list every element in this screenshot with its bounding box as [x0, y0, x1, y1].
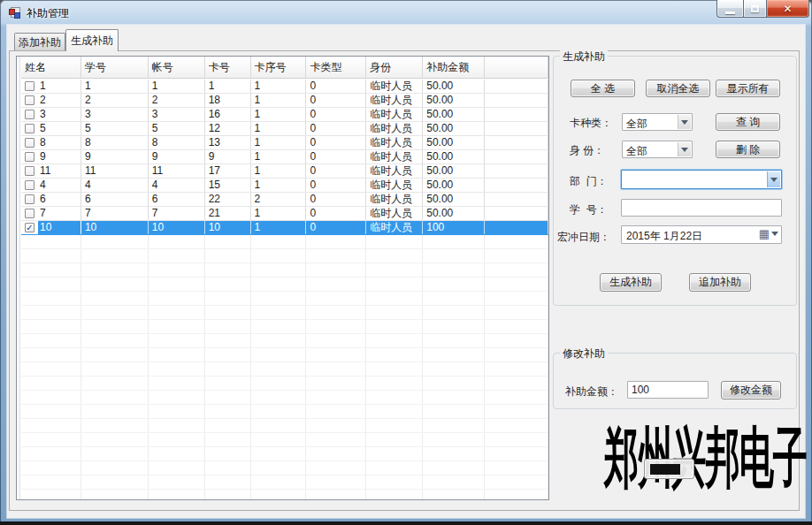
- minimize-button[interactable]: [716, 0, 743, 18]
- query-button[interactable]: 查 询: [716, 113, 780, 131]
- client-area: 添加补助 生成补助 姓名学号帐号卡号卡序号卡类型身份补助金额 111110临时人…: [7, 25, 805, 518]
- table-cell: [149, 320, 205, 333]
- table-cell: [366, 334, 423, 347]
- checkbox-cell: [21, 122, 38, 135]
- recharge-date-picker[interactable]: 2015年 1月22日 ▦: [621, 225, 782, 244]
- chevron-down-icon: [678, 115, 691, 129]
- table-cell: [21, 490, 81, 500]
- table-row-7[interactable]: 4441510临时人员50.00: [21, 179, 548, 193]
- row-checkbox[interactable]: [25, 95, 34, 105]
- table-cell: [366, 377, 423, 390]
- row-checkbox[interactable]: [25, 152, 34, 162]
- row-checkbox[interactable]: [25, 209, 34, 218]
- table-cell: [485, 179, 548, 192]
- table-cell: 10: [81, 221, 149, 234]
- table-cell: [366, 447, 423, 460]
- card-type-label: 卡种类：: [570, 116, 612, 131]
- tab-add-subsidy[interactable]: 添加补助: [14, 33, 65, 50]
- department-select[interactable]: [621, 170, 782, 189]
- table-cell: 50.00: [423, 122, 485, 135]
- deselect-all-button[interactable]: 取消全选: [646, 80, 710, 97]
- table-cell: 6: [21, 193, 81, 206]
- row-checkbox[interactable]: [25, 124, 34, 133]
- modify-amount-button[interactable]: 修改金额: [721, 381, 781, 399]
- column-header-0[interactable]: 姓名: [21, 57, 81, 79]
- column-header-2[interactable]: 帐号: [149, 57, 205, 79]
- table-cell: [423, 278, 485, 291]
- table-cell: [306, 447, 366, 460]
- show-all-button[interactable]: 显示所有: [716, 80, 780, 97]
- close-button[interactable]: ✕: [767, 0, 809, 18]
- row-checkbox[interactable]: ✓: [25, 223, 34, 232]
- row-checkbox[interactable]: [25, 138, 34, 148]
- table-cell: [423, 249, 485, 262]
- row-checkbox[interactable]: [25, 110, 34, 119]
- select-all-button[interactable]: 全 选: [571, 80, 635, 97]
- table-cell: [366, 461, 423, 475]
- table-cell: 7: [81, 207, 149, 220]
- column-header-5[interactable]: 卡类型: [306, 57, 366, 79]
- table-cell: [423, 391, 485, 404]
- table-row-8[interactable]: 6662220临时人员50.00: [21, 193, 548, 207]
- table-cell: [423, 292, 485, 305]
- table-cell: [485, 320, 548, 333]
- table-cell: [21, 461, 81, 475]
- column-header-1[interactable]: 学号: [81, 57, 149, 79]
- table-row-10[interactable]: ✓1010101010临时人员100: [21, 221, 548, 235]
- table-cell: 21: [205, 207, 251, 220]
- table-cell: [149, 292, 205, 305]
- name-cell-text: 6: [38, 193, 80, 206]
- table-row-1[interactable]: 2221810临时人员50.00: [21, 94, 548, 108]
- column-header-7[interactable]: 补助金额: [423, 57, 485, 79]
- delete-button[interactable]: 删 除: [716, 141, 780, 158]
- table-row-3[interactable]: 5551210临时人员50.00: [21, 122, 548, 136]
- table-cell: 50.00: [423, 150, 485, 164]
- append-subsidy-button[interactable]: 追加补助: [689, 273, 751, 292]
- table-cell: 50.00: [423, 136, 485, 149]
- table-cell: [149, 490, 205, 500]
- table-row-empty: [21, 476, 548, 490]
- table-cell: [485, 362, 548, 376]
- name-cell-text: 4: [38, 179, 80, 192]
- table-row-6[interactable]: 1111111710临时人员50.00: [21, 164, 548, 179]
- table-cell: [81, 377, 149, 390]
- table-row-2[interactable]: 3331610临时人员50.00: [21, 108, 548, 122]
- table-cell: 8: [149, 136, 205, 149]
- table-row-4[interactable]: 8881310临时人员50.00: [21, 136, 548, 150]
- checkbox-cell: [21, 164, 38, 178]
- table-row-5[interactable]: 999910临时人员50.00: [21, 150, 548, 164]
- column-header-4[interactable]: 卡序号: [251, 57, 307, 79]
- table-cell: [306, 278, 366, 291]
- generate-subsidy-button[interactable]: 生成补助: [600, 273, 662, 292]
- table-cell: [485, 447, 548, 460]
- table-row-9[interactable]: 7772110临时人员50.00: [21, 207, 548, 221]
- table-row-0[interactable]: 111110临时人员50.00: [21, 80, 548, 94]
- column-header-6[interactable]: 身份: [366, 57, 423, 79]
- amount-input[interactable]: [627, 381, 709, 399]
- table-cell: [21, 306, 81, 319]
- table-cell: [21, 419, 81, 432]
- table-row-empty: [21, 461, 548, 476]
- row-checkbox[interactable]: [25, 180, 34, 190]
- maximize-button[interactable]: [743, 0, 767, 18]
- table-cell: 50.00: [423, 80, 485, 93]
- table-row-empty: [21, 249, 548, 263]
- card-type-select[interactable]: 全部: [622, 113, 693, 131]
- column-header-3[interactable]: 卡号: [205, 57, 251, 79]
- table-cell: [251, 306, 307, 319]
- table-cell: [251, 348, 307, 361]
- table-cell: [366, 235, 423, 248]
- row-checkbox[interactable]: [25, 166, 34, 176]
- student-id-input[interactable]: [621, 199, 782, 217]
- name-cell-text: 8: [38, 136, 80, 149]
- tab-generate-subsidy[interactable]: 生成补助: [65, 29, 119, 51]
- titlebar[interactable]: 补助管理: [0, 0, 812, 25]
- subsidy-grid[interactable]: 姓名学号帐号卡号卡序号卡类型身份补助金额 111110临时人员50.002221…: [16, 56, 549, 500]
- table-cell: [149, 235, 205, 248]
- row-checkbox[interactable]: [25, 194, 34, 204]
- table-cell: [485, 221, 548, 234]
- table-cell: [205, 447, 251, 460]
- table-cell: [366, 306, 423, 319]
- identity-select[interactable]: 全部: [622, 141, 693, 158]
- row-checkbox[interactable]: [25, 81, 34, 91]
